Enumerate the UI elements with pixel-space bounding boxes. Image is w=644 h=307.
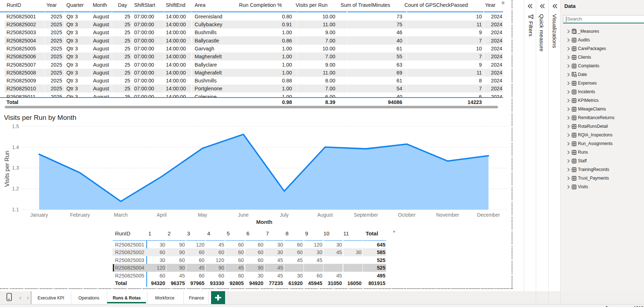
svg-text:1.5: 1.5 [12,124,19,129]
svg-text:April: April [157,212,167,218]
svg-text:Visits per Run by Month: Visits per Run by Month [4,114,76,121]
svg-text:July: July [280,212,289,218]
svg-text:May: May [198,212,207,218]
svg-text:Visits per Run: Visits per Run [4,151,10,187]
svg-text:October: October [398,212,416,218]
svg-text:September: September [354,212,378,218]
svg-text:March: March [114,212,128,218]
svg-text:December: December [477,212,500,218]
svg-text:1.1: 1.1 [12,207,19,212]
svg-text:November: November [436,212,459,218]
svg-text:January: January [30,212,48,218]
svg-text:February: February [70,212,90,218]
svg-text:June: June [238,212,249,218]
svg-text:August: August [318,212,333,218]
svg-text:1.4: 1.4 [12,145,19,150]
svg-text:1.3: 1.3 [12,165,19,171]
svg-text:Month: Month [256,219,273,225]
svg-text:1.2: 1.2 [12,186,19,191]
